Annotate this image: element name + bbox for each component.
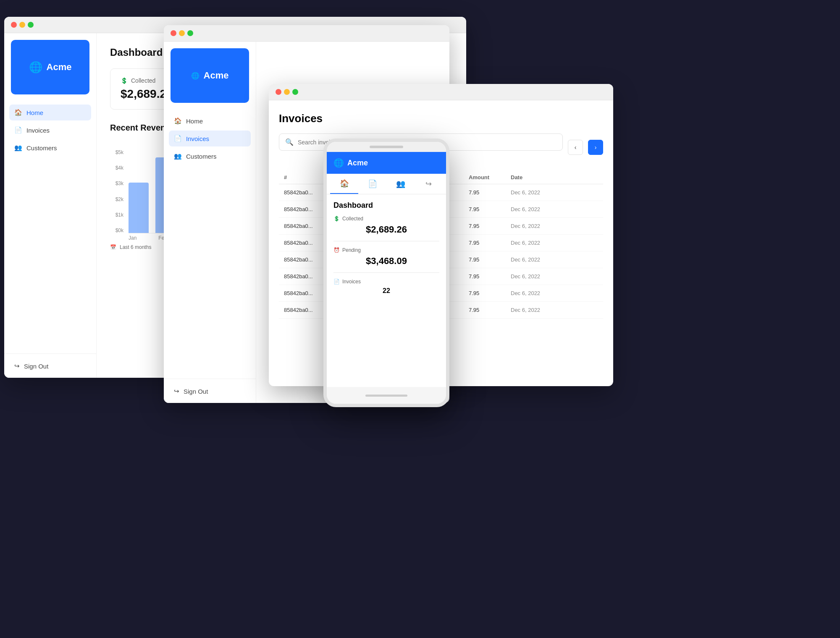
col-date: Date [511, 174, 553, 180]
sidebar-logo-text: Acme [47, 62, 72, 73]
mobile-tab-customers[interactable]: 👥 [386, 174, 415, 194]
chart-y-4k: $4k [110, 165, 123, 171]
row-amount: 7.95 [469, 273, 511, 280]
mobile-notch [327, 142, 446, 152]
sidebar-item-customers[interactable]: 👥 Customers [9, 140, 91, 156]
invoices-page-title: Invoices [279, 112, 603, 125]
sidebar-middle: 🌐 Acme 🏠 Home 📄 Invoices 👥 Customers [164, 42, 256, 403]
row-amount: 7.95 [469, 189, 511, 196]
mobile-tab-signout[interactable]: ↪ [415, 174, 443, 194]
row-date: Dec 6, 2022 [511, 273, 553, 280]
row-amount: 7.95 [469, 206, 511, 212]
calendar-icon: 📅 [110, 244, 116, 250]
close-button-middle[interactable] [171, 30, 176, 36]
mobile-tab-invoice[interactable]: 📄 [358, 174, 386, 194]
sidebar-bottom: ↪ Sign Out [4, 353, 96, 378]
invoice-icon: 📄 [14, 126, 22, 134]
mobile-collected-value: $2,689.26 [333, 224, 439, 235]
sign-out-middle-label: Sign Out [184, 388, 208, 395]
sidebar-item-home-label: Home [26, 109, 43, 116]
mobile-pending-label: ⏰ Pending [333, 247, 439, 253]
chart-x-jan: Jan [129, 235, 136, 241]
maximize-button-middle[interactable] [187, 30, 193, 36]
mobile-header: 🌐 Acme [327, 152, 446, 174]
sign-out-button[interactable]: ↪ Sign Out [14, 359, 86, 373]
customers-icon-middle: 👥 [174, 152, 182, 160]
mobile-notch-bar [370, 146, 403, 148]
traffic-lights-middle [171, 30, 193, 36]
nav-next-button[interactable]: › [588, 140, 603, 155]
chart-y-5k: $5k [110, 149, 123, 155]
row-amount: 7.95 [469, 223, 511, 229]
globe-icon-middle: 🌐 [191, 72, 200, 80]
mobile-header-text: Acme [347, 159, 368, 167]
close-button[interactable] [11, 22, 17, 28]
mobile-invoices-label: 📄 Invoices [333, 279, 439, 285]
globe-icon-mobile: 🌐 [333, 158, 344, 168]
row-amount: 7.95 [469, 290, 511, 296]
sign-out-middle-button[interactable]: ↪ Sign Out [174, 384, 246, 398]
sidebar-middle-nav: 🏠 Home 📄 Invoices 👥 Customers [164, 110, 256, 379]
mobile-main: Dashboard 💲 Collected $2,689.26 ⏰ Pendin… [327, 194, 446, 387]
titlebar-middle [164, 25, 449, 42]
home-icon-middle: 🏠 [174, 117, 182, 125]
mobile-tab-home[interactable]: 🏠 [330, 174, 358, 194]
traffic-lights-front [276, 89, 298, 95]
customers-icon: 👥 [14, 144, 22, 152]
sidebar-middle-invoices-label: Invoices [186, 135, 209, 142]
mobile-divider-1 [333, 241, 439, 241]
row-date: Dec 6, 2022 [511, 206, 553, 212]
sidebar-logo: 🌐 Acme [11, 40, 89, 94]
mobile-dashboard-title: Dashboard [333, 201, 439, 210]
maximize-button-front[interactable] [292, 89, 298, 95]
minimize-button-front[interactable] [284, 89, 290, 95]
globe-icon: 🌐 [29, 61, 42, 74]
mobile-collected-label: 💲 Collected [333, 216, 439, 222]
minimize-button[interactable] [19, 22, 25, 28]
mobile-home-indicator [365, 395, 407, 397]
signout-icon: ↪ [14, 362, 20, 370]
sidebar-middle-home[interactable]: 🏠 Home [169, 113, 251, 129]
window-mobile: 🌐 Acme 🏠 📄 👥 ↪ Dashboard 💲 Collected $2,… [323, 139, 449, 407]
mobile-divider-2 [333, 272, 439, 273]
signout-icon-middle: ↪ [174, 387, 179, 395]
maximize-button[interactable] [28, 22, 34, 28]
row-date: Dec 6, 2022 [511, 256, 553, 263]
row-date: Dec 6, 2022 [511, 240, 553, 246]
sidebar-middle-invoices[interactable]: 📄 Invoices [169, 131, 251, 146]
chart-y-2k: $2k [110, 196, 123, 202]
chart-y-0k: $0k [110, 227, 123, 233]
chart-y-3k: $3k [110, 180, 123, 186]
sidebar-middle-logo-text: Acme [204, 70, 229, 81]
sidebar-middle-customers[interactable]: 👥 Customers [169, 148, 251, 164]
chart-bar-jan [129, 183, 149, 233]
sidebar-middle-bottom: ↪ Sign Out [164, 379, 256, 403]
sidebar-middle-logo: 🌐 Acme [171, 48, 249, 103]
dollar-icon-mobile: 💲 [333, 216, 340, 222]
invoice-icon-middle: 📄 [174, 135, 182, 142]
sidebar-item-invoices-label: Invoices [26, 127, 50, 134]
home-icon: 🏠 [14, 109, 22, 116]
stats-label-text: Collected [131, 77, 155, 84]
close-button-front[interactable] [276, 89, 281, 95]
chart-y-1k: $1k [110, 212, 123, 218]
invoice-icon-mobile: 📄 [333, 279, 340, 285]
sidebar-middle-customers-label: Customers [186, 153, 217, 160]
search-icon: 🔍 [285, 138, 294, 146]
sidebar-item-home[interactable]: 🏠 Home [9, 105, 91, 120]
sidebar-nav: 🏠 Home 📄 Invoices 👥 Customers [4, 101, 96, 353]
chart-footer-text: Last 6 months [120, 244, 151, 250]
mobile-content: 🌐 Acme 🏠 📄 👥 ↪ Dashboard 💲 Collected $2,… [327, 152, 446, 387]
clock-icon-mobile: ⏰ [333, 247, 340, 253]
mobile-tabs: 🏠 📄 👥 ↪ [327, 174, 446, 194]
mobile-invoices-value: 22 [333, 287, 439, 295]
row-date: Dec 6, 2022 [511, 223, 553, 229]
row-date: Dec 6, 2022 [511, 189, 553, 196]
sidebar-item-invoices[interactable]: 📄 Invoices [9, 122, 91, 138]
nav-prev-button[interactable]: ‹ [568, 140, 583, 155]
sidebar-middle-home-label: Home [186, 118, 203, 125]
minimize-button-middle[interactable] [179, 30, 185, 36]
sidebar-item-customers-label: Customers [26, 144, 57, 152]
sidebar-back: 🌐 Acme 🏠 Home 📄 Invoices 👥 Customers [4, 33, 97, 378]
row-amount: 7.95 [469, 307, 511, 313]
